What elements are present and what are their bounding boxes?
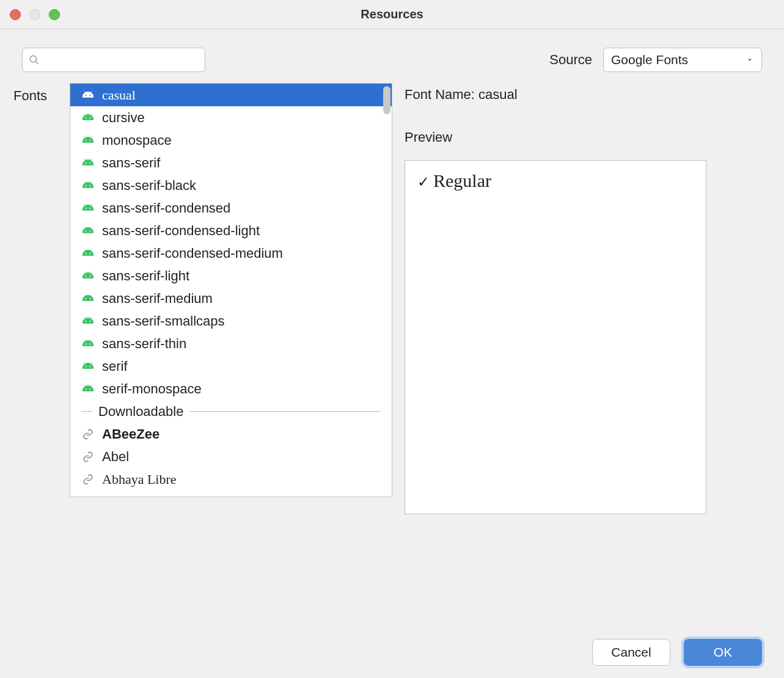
button-row: Cancel OK [592, 639, 762, 666]
font-item-label: Abhaya Libre [102, 472, 177, 487]
titlebar: Resources [0, 0, 784, 29]
detail-pane: Font Name: casual Preview ✓Regular [405, 83, 762, 514]
font-item-label: Abel [102, 449, 129, 465]
checkmark-icon: ✓ [417, 174, 430, 190]
downloadable-section-header: Downloadable [70, 400, 392, 423]
preview-box: ✓Regular [405, 160, 706, 514]
window-controls [10, 9, 60, 20]
font-item-label: monospace [102, 133, 172, 148]
font-item-abeezee[interactable]: ABeeZee [70, 423, 392, 445]
font-item-casual[interactable]: casual [70, 84, 392, 106]
font-item-label: sans-serif-light [102, 268, 189, 284]
font-item-monospace[interactable]: monospace [70, 129, 392, 151]
font-item-label: ABeeZee [102, 426, 159, 442]
font-item-serif-monospace[interactable]: serif-monospace [70, 377, 392, 400]
source-label: Source [549, 52, 592, 68]
window-title: Resources [361, 7, 423, 21]
close-icon[interactable] [10, 9, 21, 20]
font-item-sans-serif-condensed-medium[interactable]: sans-serif-condensed-medium [70, 242, 392, 264]
search-input-wrapper[interactable] [22, 48, 205, 72]
maximize-icon[interactable] [49, 9, 60, 20]
fonts-label: Fonts [13, 88, 57, 104]
font-item-label: casual [102, 87, 136, 103]
font-item-abhaya-libre[interactable]: Abhaya Libre [70, 468, 392, 490]
top-row: Source Google Fonts [0, 29, 784, 83]
search-input[interactable] [45, 54, 199, 67]
preview-label: Preview [405, 129, 762, 145]
font-item-cursive[interactable]: cursive [70, 106, 392, 129]
scrollbar-thumb[interactable] [383, 86, 390, 114]
ok-button[interactable]: OK [684, 639, 762, 666]
font-item-label: sans-serif-thin [102, 336, 186, 352]
font-item-label: cursive [102, 110, 145, 126]
source-group: Source Google Fonts [549, 48, 762, 72]
chevron-down-icon [746, 56, 754, 64]
svg-point-0 [30, 56, 37, 62]
font-item-sans-serif-thin[interactable]: sans-serif-thin [70, 332, 392, 355]
font-item-sans-serif-black[interactable]: sans-serif-black [70, 174, 392, 197]
font-item-label: sans-serif-condensed [102, 200, 230, 216]
font-item-sans-serif-light[interactable]: sans-serif-light [70, 264, 392, 287]
font-item-sans-serif-medium[interactable]: sans-serif-medium [70, 287, 392, 310]
font-item-sans-serif[interactable]: sans-serif [70, 151, 392, 174]
svg-line-1 [35, 61, 38, 64]
font-item-abel[interactable]: Abel [70, 445, 392, 468]
font-item-label: sans-serif [102, 155, 160, 171]
preview-style: Regular [433, 170, 491, 191]
source-dropdown[interactable]: Google Fonts [603, 48, 762, 72]
search-icon [29, 54, 40, 65]
cancel-button[interactable]: Cancel [592, 639, 670, 666]
font-item-label: Abril Fatface [102, 494, 178, 497]
font-name-label: Font Name: casual [405, 87, 762, 103]
font-item-label: serif-monospace [102, 381, 202, 397]
font-item-sans-serif-condensed[interactable]: sans-serif-condensed [70, 197, 392, 219]
font-list[interactable]: casualcursivemonospacesans-serifsans-ser… [70, 83, 392, 497]
font-item-abril-fatface[interactable]: Abril Fatface [70, 490, 392, 497]
minimize-icon[interactable] [29, 9, 40, 20]
font-item-label: sans-serif-smallcaps [102, 313, 225, 329]
source-dropdown-value: Google Fonts [611, 53, 688, 67]
font-item-label: sans-serif-condensed-light [102, 223, 260, 239]
font-item-sans-serif-smallcaps[interactable]: sans-serif-smallcaps [70, 310, 392, 332]
font-item-label: sans-serif-condensed-medium [102, 246, 283, 261]
font-item-sans-serif-condensed-light[interactable]: sans-serif-condensed-light [70, 219, 392, 242]
font-item-label: sans-serif-black [102, 178, 196, 194]
font-item-label: sans-serif-medium [102, 291, 213, 307]
font-item-serif[interactable]: serif [70, 355, 392, 377]
content: Fonts casualcursivemonospacesans-serifsa… [0, 83, 784, 514]
font-item-label: serif [102, 359, 128, 374]
